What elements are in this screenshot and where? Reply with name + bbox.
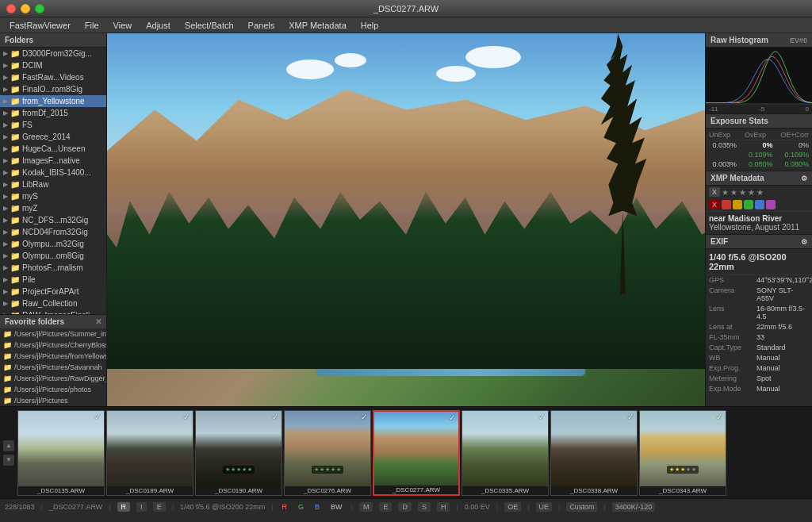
menu-select-batch[interactable]: Select/Batch [178, 19, 240, 32]
favorite-item[interactable]: 📁/Users/jl/Pictures/photos [0, 384, 106, 395]
menu-fastrawviewer[interactable]: FastRawViewer [3, 19, 77, 32]
folder-item[interactable]: ▶📁Raw_Collection [0, 297, 106, 309]
status-channel-g[interactable]: G [296, 502, 306, 512]
menu-panels[interactable]: Panels [242, 19, 282, 32]
folder-item[interactable]: ▶📁NCD04From32Gig [0, 226, 106, 238]
folder-item[interactable]: ▶📁PhotosF...rnalism [0, 262, 106, 274]
status-channel-r[interactable]: R [280, 502, 290, 512]
menu-view[interactable]: View [107, 19, 139, 32]
filmstrip[interactable]: ▲ ▼ _DSC0135.ARW_DSC0189.ARW★★★★★_DSC019… [0, 406, 812, 498]
thumbnail-item[interactable]: ★★★★★_DSC0276.ARW [284, 410, 371, 496]
folder-item[interactable]: ▶📁Greece_2014 [0, 131, 106, 143]
thumbnail-item[interactable]: ★★★★★_DSC0190.ARW [195, 410, 282, 496]
favorite-item[interactable]: 📁/Users/jl/Pictures/Summer_in_C [0, 328, 106, 340]
filmstrip-up-btn[interactable]: ▲ [3, 440, 14, 451]
xmp-star-3[interactable]: ★ [739, 188, 746, 197]
folder-item[interactable]: ▶📁Olympu...m32Gig [0, 238, 106, 250]
image-viewer[interactable] [107, 33, 705, 406]
folder-item[interactable]: ▶📁ProjectForAPArt [0, 286, 106, 297]
folder-item[interactable]: ▶📁ImagesF...native [0, 155, 106, 167]
status-tool-e[interactable]: E [379, 502, 392, 512]
thumbnail-item[interactable]: ★★★★★_DSC0343.ARW [639, 410, 726, 496]
menu-file[interactable]: File [79, 19, 105, 32]
status-tool-m[interactable]: M [359, 502, 373, 512]
status-mode-r[interactable]: R [117, 502, 131, 512]
xmp-star-2[interactable]: ★ [730, 188, 737, 197]
thumbnail-stars: ★★★★★ [223, 466, 255, 474]
folder-list[interactable]: ▶📁D3000From32Gig...▶📁DCIM▶📁FastRaw...Vid… [0, 48, 106, 314]
exif-capttype-row: Capt.Type Standard [706, 343, 812, 353]
folder-item[interactable]: ▶📁HugeCa...Unseen [0, 143, 106, 155]
favorite-item[interactable]: 📁/Users/jl/Pictures/fromYellowst [0, 351, 106, 362]
menubar: FastRawViewer File View Adjust Select/Ba… [0, 17, 812, 33]
favorite-item[interactable]: 📁/Users/jl/Pictures/Savannah [0, 362, 106, 373]
status-tool-h[interactable]: H [437, 502, 450, 512]
cloud-3 [436, 66, 476, 82]
exif-expmode-row: Exp.Mode Manual [706, 384, 812, 394]
maximize-button[interactable] [35, 4, 44, 13]
thumbnail-item[interactable]: _DSC0277.ARW [373, 410, 460, 496]
favorites-close-icon[interactable]: ✕ [95, 317, 102, 326]
menu-adjust[interactable]: Adjust [140, 19, 177, 32]
thumbnail-item[interactable]: _DSC0335.ARW [462, 410, 549, 496]
xmp-star-1[interactable]: ★ [722, 188, 729, 197]
status-ue-btn[interactable]: UE [536, 502, 553, 512]
folder-item[interactable]: ▶📁myS [0, 190, 106, 202]
favorite-item[interactable]: 📁/Users/jl/Pictures/CherryBlosso [0, 340, 106, 351]
xmp-color-purple[interactable] [766, 200, 776, 209]
thumbnail-item[interactable]: _DSC0189.ARW [106, 410, 193, 496]
status-channel-b[interactable]: B [312, 502, 322, 512]
thumbnail-item[interactable]: _DSC0338.ARW [550, 410, 638, 496]
titlebar: _DSC0277.ARW [0, 0, 812, 17]
exif-camera-row: Camera SONY SLT-A55V [706, 286, 812, 304]
favorite-item[interactable]: 📁/Users/jl/Pictures/RawDigger_r [0, 373, 106, 384]
status-tool-d[interactable]: D [398, 502, 412, 512]
status-preset-btn[interactable]: Custom [566, 502, 597, 512]
status-mode-e[interactable]: E [153, 502, 166, 512]
thumbnail-stars: ★★★★★ [312, 466, 343, 474]
folder-item[interactable]: ▶📁FastRaw...Videos [0, 71, 106, 83]
favorite-item[interactable]: 📁/Users/jl/Pictures [0, 395, 106, 406]
xmp-settings-icon[interactable]: ⚙ [801, 175, 807, 182]
status-oe-btn[interactable]: OE [504, 502, 521, 512]
folder-item[interactable]: ▶📁FS [0, 119, 106, 131]
folder-item[interactable]: ▶📁Pile [0, 274, 106, 286]
menu-xmp-metadata[interactable]: XMP Metadata [282, 19, 353, 32]
menu-help[interactable]: Help [354, 19, 385, 32]
status-tool-s[interactable]: S [418, 502, 431, 512]
folder-item[interactable]: ▶📁LibRaw [0, 178, 106, 190]
cloud-4 [465, 46, 521, 68]
folder-item[interactable]: ▶📁fromDf_2015 [0, 107, 106, 119]
folder-item[interactable]: ▶📁myZ [0, 202, 106, 214]
xmp-star-4[interactable]: ★ [748, 188, 755, 197]
exif-settings-icon[interactable]: ⚙ [801, 238, 807, 246]
xmp-color-blue[interactable] [755, 200, 764, 209]
status-wb-btn[interactable]: 3400K/-120 [612, 502, 656, 512]
xmp-star-5[interactable]: ★ [756, 188, 764, 197]
minimize-button[interactable] [21, 4, 30, 13]
thumbnail-label: _DSC0277.ARW [374, 486, 458, 494]
favorites-header: Favorite folders ✕ [0, 315, 106, 328]
thumbnail-item[interactable]: _DSC0135.ARW [17, 410, 105, 496]
xmp-color-green[interactable] [744, 200, 753, 209]
folder-item[interactable]: ▶📁NC_DFS...m32Gig [0, 214, 106, 226]
filmstrip-down-btn[interactable]: ▼ [3, 455, 14, 466]
xmp-reject-btn[interactable]: X [709, 187, 720, 197]
status-channel-bw[interactable]: BW [328, 502, 345, 512]
xmp-color-red[interactable] [722, 200, 731, 209]
status-mode-i[interactable]: I [136, 502, 147, 512]
xmp-color-yellow[interactable] [733, 200, 742, 209]
xmp-color-reject[interactable]: X [709, 200, 720, 209]
close-button[interactable] [6, 4, 16, 13]
folder-item[interactable]: ▶📁DCIM [0, 59, 106, 71]
exif-lens-at-row: Lens at 22mm f/5.6 [706, 322, 812, 332]
folder-item[interactable]: ▶📁Kodak_IBIS-1400... [0, 167, 106, 178]
folder-item[interactable]: ▶📁FinalO...rom8Gig [0, 83, 106, 95]
thumbnail-label: _DSC0190.ARW [196, 486, 282, 495]
folder-item[interactable]: ▶📁Olympu...om8Gig [0, 250, 106, 262]
thumbnail-image [551, 411, 637, 486]
histogram-ev: EV#0 [790, 36, 807, 44]
folder-item[interactable]: ▶📁D3000From32Gig... [0, 48, 106, 59]
folder-item[interactable]: ▶📁from_Yellowstone [0, 95, 106, 107]
xmp-section: XMP Metadata ⚙ X ★ ★ ★ ★ ★ X near Madiso… [706, 171, 812, 235]
